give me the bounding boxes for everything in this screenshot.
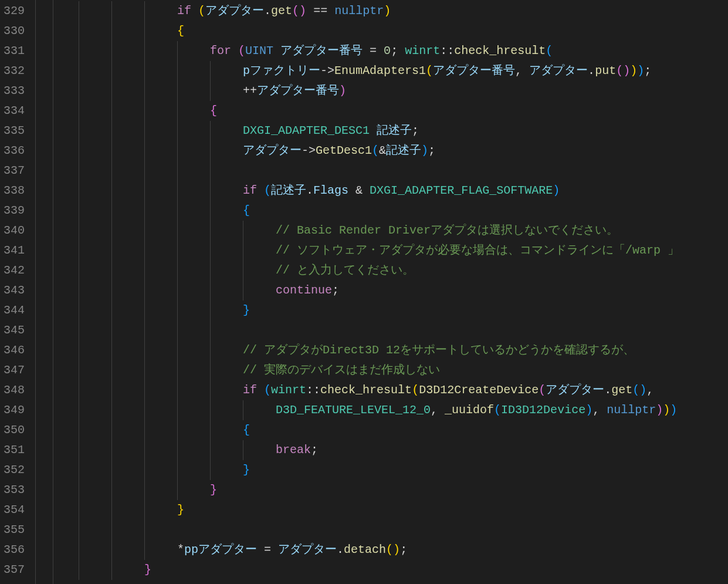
line-number: 349 [4, 400, 25, 420]
line-number: 338 [4, 181, 25, 201]
code-line[interactable]: // と入力してください。 [57, 261, 679, 281]
line-number: 341 [4, 241, 25, 261]
code-line[interactable]: if (winrt::check_hresult(D3D12CreateDevi… [57, 380, 679, 400]
line-number: 333 [4, 81, 25, 101]
line-number: 344 [4, 301, 25, 320]
code-line[interactable] [57, 161, 679, 181]
line-number: 348 [4, 380, 25, 400]
code-line[interactable]: for (UINT アダプター番号 = 0; winrt::check_hres… [57, 41, 679, 61]
code-line[interactable]: continue; [57, 281, 679, 301]
line-number: 354 [4, 500, 25, 520]
code-line[interactable]: アダプター->GetDesc1(&記述子); [57, 141, 679, 161]
code-line[interactable]: if (アダプター.get() == nullptr) [57, 1, 679, 21]
line-number: 339 [4, 201, 25, 221]
code-editor[interactable]: 3293303313323333343353363373383393403413… [0, 0, 728, 584]
code-line[interactable]: *ppアダプター = アダプター.detach(); [57, 540, 679, 560]
line-number: 329 [4, 1, 25, 21]
line-number: 353 [4, 480, 25, 500]
code-line[interactable]: } [57, 460, 679, 480]
line-number: 345 [4, 320, 25, 340]
code-line[interactable]: break; [57, 440, 679, 460]
line-number: 331 [4, 41, 25, 61]
line-number: 355 [4, 520, 25, 540]
line-number: 340 [4, 221, 25, 241]
indent-rulers [35, 0, 57, 584]
code-line[interactable]: } [57, 560, 679, 580]
line-number: 351 [4, 440, 25, 460]
code-line[interactable]: // アダプタがDirect3D 12をサポートしているかどうかを確認するが、 [57, 340, 679, 360]
line-number: 343 [4, 281, 25, 301]
code-line[interactable]: ++アダプター番号) [57, 81, 679, 101]
code-line[interactable] [57, 320, 679, 340]
line-number: 330 [4, 21, 25, 41]
line-number: 346 [4, 340, 25, 360]
code-content[interactable]: if (アダプター.get() == nullptr){for (UINT アダ… [57, 0, 679, 584]
code-line[interactable]: // Basic Render Driverアダプタは選択しないでください。 [57, 221, 679, 241]
line-number: 337 [4, 161, 25, 181]
code-line[interactable]: // 実際のデバイスはまだ作成しない [57, 360, 679, 380]
line-number: 350 [4, 420, 25, 440]
line-number: 342 [4, 261, 25, 281]
code-line[interactable]: { [57, 201, 679, 221]
line-number: 356 [4, 540, 25, 560]
line-number: 347 [4, 360, 25, 380]
code-line[interactable]: pファクトリー->EnumAdapters1(アダプター番号, アダプター.pu… [57, 61, 679, 81]
line-number-gutter: 3293303313323333343353363373383393403413… [0, 0, 35, 584]
line-number: 352 [4, 460, 25, 480]
code-line[interactable]: } [57, 480, 679, 500]
code-line[interactable]: D3D_FEATURE_LEVEL_12_0, _uuidof(ID3D12De… [57, 400, 679, 420]
line-number: 335 [4, 121, 25, 141]
line-number: 334 [4, 101, 25, 121]
code-line[interactable]: if (記述子.Flags & DXGI_ADAPTER_FLAG_SOFTWA… [57, 181, 679, 201]
code-line[interactable]: } [57, 500, 679, 520]
code-line[interactable] [57, 520, 679, 540]
code-line[interactable]: { [57, 21, 679, 41]
line-number: 357 [4, 560, 25, 580]
code-line[interactable]: } [57, 301, 679, 320]
code-line[interactable]: { [57, 101, 679, 121]
code-line[interactable]: DXGI_ADAPTER_DESC1 記述子; [57, 121, 679, 141]
code-line[interactable]: { [57, 420, 679, 440]
line-number: 332 [4, 61, 25, 81]
code-line[interactable]: // ソフトウェア・アダプタが必要な場合は、コマンドラインに「/warp 」 [57, 241, 679, 261]
line-number: 336 [4, 141, 25, 161]
